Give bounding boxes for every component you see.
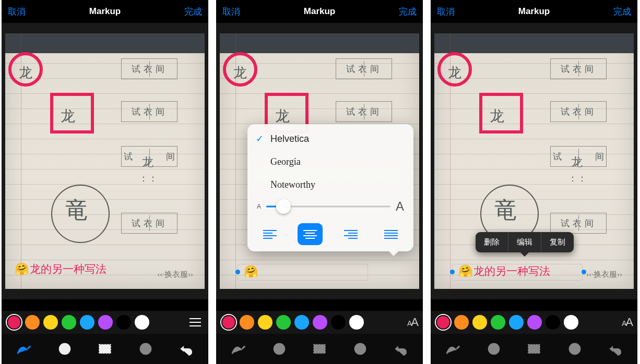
color-swatch-pink[interactable]	[7, 315, 21, 330]
pen-tool[interactable]	[226, 336, 252, 362]
markup-circle-shape[interactable]	[437, 52, 472, 87]
selection-handle[interactable]	[450, 270, 455, 274]
selection-handle[interactable]	[582, 270, 586, 274]
magnifier-tool[interactable]	[481, 336, 507, 362]
context-menu: 删除 编辑 复制	[476, 232, 574, 252]
magnifier-tool[interactable]	[52, 336, 78, 362]
magnifier-tool[interactable]	[266, 336, 292, 362]
color-swatch-blue[interactable]	[294, 315, 309, 330]
done-button[interactable]: 完成	[607, 6, 637, 18]
more-menu-icon[interactable]	[187, 318, 203, 326]
navigation-bar: 取消 Markup 完成	[431, 0, 637, 23]
undo-button[interactable]	[602, 336, 628, 362]
color-swatch-green[interactable]	[276, 315, 291, 330]
font-size-slider[interactable]	[266, 200, 390, 213]
pen-tool[interactable]	[440, 336, 466, 362]
font-option-helvetica[interactable]: ✓ Helvetica	[247, 127, 413, 150]
text-tool[interactable]: T	[92, 336, 118, 362]
color-swatch-orange[interactable]	[25, 315, 40, 330]
markup-text-annotation[interactable]: 🤗 龙的另一种写法	[15, 262, 106, 276]
nav-title: Markup	[216, 6, 423, 17]
emoji-icon: 🤗	[458, 264, 472, 278]
ctx-delete[interactable]: 删除	[476, 232, 508, 252]
color-swatch-pink[interactable]	[436, 315, 451, 330]
hw-box: 试衣间	[121, 58, 177, 79]
markup-circle-shape[interactable]	[8, 52, 43, 87]
annotation-text: 龙的另一种写法	[473, 264, 550, 278]
color-swatch-purple[interactable]	[527, 315, 542, 330]
text-format-button[interactable]: AA	[622, 316, 632, 329]
markup-canvas[interactable]: 龙 龙 龙 竜 试衣间 试衣间 试间 ：： 试衣间 ‹‹·换衣服›› 🤗 龙的另…	[431, 23, 637, 299]
color-swatch-yellow[interactable]	[43, 315, 58, 330]
emoji-icon: 🤗	[15, 262, 29, 276]
svg-text:π: π	[358, 345, 362, 353]
align-right-button[interactable]	[338, 223, 363, 245]
markup-canvas[interactable]: 龙 龙 试衣间 试衣间 🤗 ✓ Helvetica Georgi	[216, 23, 423, 299]
navigation-bar: 取消 Markup 完成	[216, 0, 423, 23]
font-size-slider-row: A A	[247, 196, 413, 220]
color-swatch-blue[interactable]	[509, 315, 524, 330]
done-button[interactable]: 完成	[178, 6, 208, 18]
color-swatch-orange[interactable]	[454, 315, 469, 330]
cancel-button[interactable]: 取消	[431, 6, 461, 18]
hw-circle	[51, 185, 110, 243]
color-swatch-green[interactable]	[491, 315, 505, 330]
color-swatch-blue[interactable]	[80, 315, 94, 330]
cancel-button[interactable]: 取消	[216, 6, 246, 18]
signature-tool[interactable]: π	[562, 336, 588, 362]
color-swatch-yellow[interactable]	[472, 315, 487, 330]
markup-toolbar: T π	[431, 334, 637, 364]
navigation-bar: 取消 Markup 完成	[2, 0, 208, 23]
svg-text:T: T	[317, 345, 322, 353]
color-swatch-black[interactable]	[546, 315, 560, 330]
text-tool[interactable]: T	[521, 336, 547, 362]
done-button[interactable]: 完成	[393, 6, 423, 18]
color-swatch-orange[interactable]	[240, 315, 254, 330]
color-swatch-yellow[interactable]	[258, 315, 272, 330]
svg-text:T: T	[532, 345, 536, 353]
hw-box: 试衣间	[121, 101, 177, 122]
pen-tool[interactable]	[11, 336, 37, 362]
hw-box: 试间	[121, 146, 177, 167]
signature-tool[interactable]: π	[347, 336, 373, 362]
color-swatch-purple[interactable]	[98, 315, 113, 330]
color-palette	[2, 311, 208, 334]
ctx-edit[interactable]: 编辑	[508, 232, 541, 252]
markup-text-annotation[interactable]: 🤗 龙的另一种写法	[458, 264, 550, 278]
nav-title: Markup	[431, 6, 637, 17]
font-option-georgia[interactable]: Georgia	[247, 150, 413, 173]
markup-text-annotation[interactable]: 🤗	[244, 265, 258, 278]
markup-square-shape[interactable]	[479, 93, 523, 134]
emoji-icon: 🤗	[244, 265, 258, 278]
align-center-button[interactable]	[298, 223, 323, 245]
font-option-noteworthy[interactable]: Noteworthy	[247, 173, 413, 196]
undo-button[interactable]	[173, 336, 199, 362]
markup-screen-1: 取消 Markup 完成 龙 龙 龙 竜 试衣间 试衣间 试间 ：： 试衣间 ‹…	[2, 0, 208, 364]
color-swatch-purple[interactable]	[313, 315, 327, 330]
color-swatch-white[interactable]	[564, 315, 578, 330]
markup-canvas[interactable]: 龙 龙 龙 竜 试衣间 试衣间 试间 ：： 试衣间 ‹‹·换衣服›› 🤗 龙的另…	[2, 23, 208, 299]
color-swatch-pink[interactable]	[221, 315, 236, 330]
text-style-popover: ✓ Helvetica Georgia Noteworthy A A	[247, 124, 413, 251]
text-tool[interactable]: T	[306, 336, 333, 362]
color-swatch-green[interactable]	[62, 315, 76, 330]
color-swatch-white[interactable]	[349, 315, 364, 330]
size-min-label: A	[257, 203, 261, 210]
signature-tool[interactable]: π	[133, 336, 159, 362]
hw-box: 试衣间	[121, 213, 177, 234]
size-max-label: A	[396, 199, 404, 214]
text-format-button[interactable]: AA	[407, 316, 418, 329]
ctx-copy[interactable]: 复制	[541, 232, 574, 252]
markup-circle-shape[interactable]	[223, 52, 257, 87]
markup-square-shape[interactable]	[50, 93, 94, 134]
svg-text:π: π	[573, 345, 576, 353]
align-justify-button[interactable]	[378, 223, 404, 245]
checkmark-icon: ✓	[256, 133, 270, 144]
align-left-button[interactable]	[257, 223, 282, 245]
undo-button[interactable]	[387, 336, 413, 362]
selection-handle[interactable]	[235, 270, 240, 274]
cancel-button[interactable]: 取消	[2, 6, 32, 18]
color-swatch-black[interactable]	[331, 315, 346, 330]
color-swatch-white[interactable]	[135, 315, 149, 330]
color-swatch-black[interactable]	[116, 315, 131, 330]
